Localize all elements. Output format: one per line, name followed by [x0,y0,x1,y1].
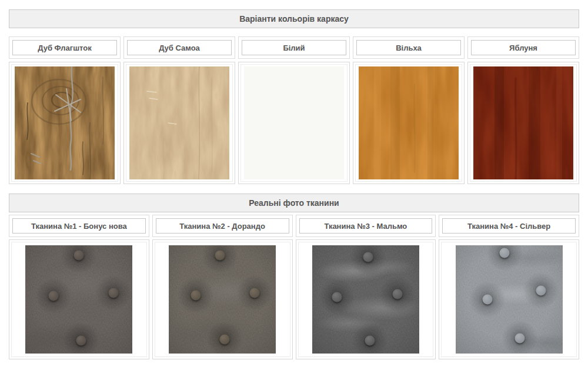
frame-color-swatches-row [9,62,579,184]
fabric-swatch-cell [296,239,436,359]
fabric-label: Тканина №2 - Дорандо [156,218,289,234]
wood-swatch-image-apple [473,66,573,179]
frame-colors-section-header: Варіанти кольорів каркасу [9,9,579,28]
fabric-photos-section-header: Реальні фото тканини [9,194,579,212]
wood-swatch-image-oak-samoa [129,66,229,179]
fabric-swatch-cell [9,239,149,359]
tuft-button [59,245,98,275]
frame-color-label: Дуб Флагшток [12,40,117,55]
frame-colors-section-title: Варіанти кольорів каркасу [239,14,349,24]
fabric-label-cell: Тканина №3 - Мальмо [296,215,436,237]
frame-color-label-cell: Яблуня [467,36,579,59]
frame-color-label: Дуб Самоа [127,40,232,55]
tuft-button [378,275,417,314]
tuft-button [468,280,507,319]
fabric-sheen [25,245,132,354]
frame-color-swatch-cell [123,62,235,184]
tuft-button [485,245,524,272]
frame-color-label: Білий [242,40,346,55]
fabric-swatch-image-malmo [312,245,419,354]
fabric-swatch-image-silver [456,245,563,354]
tuft-button [176,276,215,315]
fabric-sheen [312,245,419,354]
fabric-label-cell: Тканина №2 - Дорандо [152,215,293,237]
frame-color-swatch-cell [238,62,350,184]
wood-swatch-image-alder [359,66,459,179]
tuft-button [235,274,274,312]
frame-color-swatch-cell [9,62,121,184]
tuft-button [94,274,133,312]
fabric-label: Тканина №3 - Мальмо [299,218,433,234]
fabric-label-cell: Тканина №1 - Бонус нова [9,215,149,237]
tuft-button [522,271,560,310]
fabric-label: Тканина №1 - Бонус нова [12,218,146,234]
tuft-button [62,321,101,354]
frame-color-swatch-cell [353,62,465,184]
tuft-button [201,245,239,275]
fabric-swatch-cell [439,239,579,359]
fabric-labels-row: Тканина №1 - Бонус нова Тканина №2 - Дор… [9,215,579,237]
product-options-panel: Варіанти кольорів каркасу Дуб Флагшток Д… [0,0,588,359]
tuft-button [500,319,539,354]
tuft-button [205,320,244,354]
fabric-swatch-cell [152,239,293,359]
frame-color-label-cell: Білий [238,36,350,59]
tuft-button [34,276,73,315]
tuft-button [349,245,387,276]
frame-color-label-cell: Дуб Флагшток [9,36,121,59]
frame-color-labels-row: Дуб Флагшток Дуб Самоа Білий Вільха Яблу… [9,36,579,59]
frame-color-label: Вільха [356,40,461,55]
wood-swatch-image-white [244,66,344,179]
fabric-swatches-row [9,239,579,359]
fabric-sheen [456,245,563,354]
fabric-label-cell: Тканина №4 - Сільвер [439,215,579,237]
frame-color-label: Яблуня [471,40,576,55]
fabric-photos-section-title: Реальні фото тканини [249,198,339,208]
fabric-swatch-image-dorando [169,245,276,354]
tuft-button [350,321,389,354]
wood-swatch-image-oak-flagstaff [15,66,115,179]
frame-color-label-cell: Вільха [353,36,465,59]
fabric-label: Тканина №4 - Сільвер [442,218,576,234]
fabric-sheen [169,245,276,354]
frame-color-label-cell: Дуб Самоа [123,36,235,59]
tuft-button [318,278,356,316]
fabric-swatch-image-bonus-nova [25,245,132,354]
frame-color-swatch-cell [467,62,579,184]
